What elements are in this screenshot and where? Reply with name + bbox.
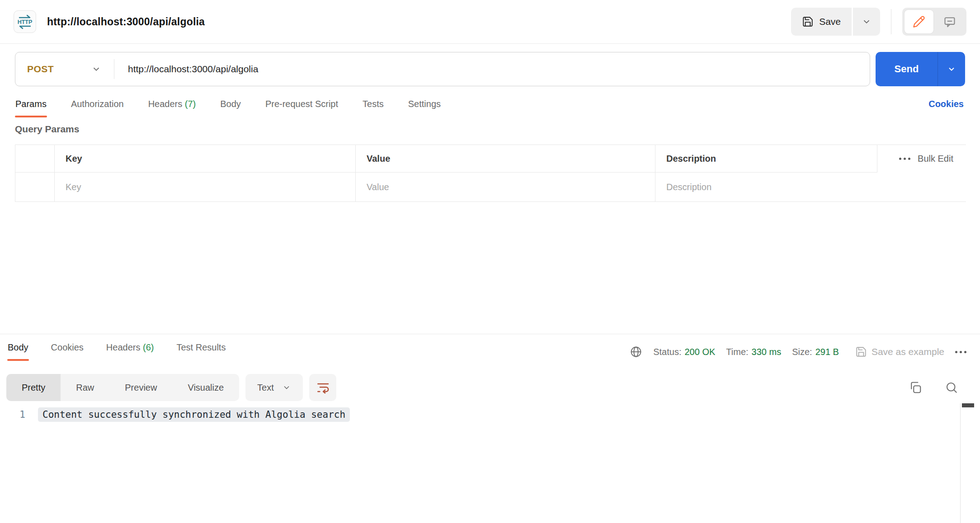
- tab-body[interactable]: Body: [220, 98, 241, 117]
- send-split-button: Send: [876, 52, 965, 86]
- status-value: 200 OK: [684, 347, 715, 357]
- send-button-label: Send: [895, 63, 919, 75]
- request-tabs-row: Params Authorization Headers (7) Body Pr…: [15, 98, 964, 117]
- view-visualize-button[interactable]: Visualize: [172, 374, 239, 401]
- request-title: http://localhost:3000/api/algolia: [47, 16, 205, 28]
- select-column-header: [15, 145, 55, 173]
- params-actions-header: Bulk Edit: [877, 145, 966, 173]
- tab-pre-request-script[interactable]: Pre-request Script: [265, 98, 339, 117]
- response-tab-body[interactable]: Body: [7, 341, 29, 361]
- request-url-bar: POST Send: [15, 52, 965, 86]
- send-button[interactable]: Send: [876, 52, 938, 86]
- edit-documentation-button[interactable]: [905, 10, 933, 33]
- text-wrap-icon: [316, 380, 330, 395]
- chevron-down-icon: [862, 17, 872, 27]
- status-label: Status:: [653, 347, 681, 357]
- size-value: 291 B: [815, 347, 839, 357]
- view-raw-button[interactable]: Raw: [61, 374, 109, 401]
- row-select-cell: [15, 173, 55, 202]
- tab-authorization[interactable]: Authorization: [71, 98, 124, 117]
- tab-settings[interactable]: Settings: [408, 98, 441, 117]
- save-as-example-label: Save as example: [872, 346, 944, 357]
- key-column-header: Key: [55, 145, 356, 173]
- format-selector[interactable]: Text: [245, 374, 303, 401]
- pencil-icon: [913, 15, 925, 28]
- param-description-input[interactable]: [655, 182, 966, 192]
- save-icon: [855, 346, 867, 358]
- save-button[interactable]: Save: [791, 8, 852, 36]
- http-request-icon: HTTP: [14, 10, 36, 33]
- response-body-text: Content successfully synchronized with A…: [38, 407, 350, 422]
- row-key-cell: [55, 173, 356, 202]
- save-button-label: Save: [819, 16, 841, 27]
- tab-tests[interactable]: Tests: [362, 98, 384, 117]
- scrollbar-track: [960, 403, 961, 523]
- response-view-switch: Pretty Raw Preview Visualize: [6, 374, 239, 401]
- response-meta: Status: 200 OK Time: 330 ms Size: 291 B …: [630, 334, 966, 369]
- response-tab-headers[interactable]: Headers (6): [106, 341, 155, 361]
- view-preview-button[interactable]: Preview: [109, 374, 172, 401]
- chevron-down-icon: [91, 64, 101, 74]
- time-value: 330 ms: [752, 347, 782, 357]
- comments-button[interactable]: [935, 10, 964, 33]
- search-icon: [945, 381, 958, 394]
- line-number: 1: [0, 407, 25, 420]
- response-more-options-icon[interactable]: [955, 351, 966, 353]
- param-value-input[interactable]: [356, 182, 655, 192]
- bulk-edit-button[interactable]: Bulk Edit: [918, 154, 953, 164]
- view-pretty-button[interactable]: Pretty: [6, 374, 61, 401]
- svg-text:HTTP: HTTP: [18, 19, 33, 25]
- response-tab-cookies[interactable]: Cookies: [51, 341, 84, 361]
- chevron-down-icon: [282, 383, 291, 392]
- scrollbar-thumb[interactable]: [962, 403, 974, 407]
- value-column-header: Value: [356, 145, 655, 173]
- url-input[interactable]: [114, 64, 870, 75]
- copy-response-button[interactable]: [909, 381, 922, 394]
- format-selected-value: Text: [257, 383, 274, 393]
- search-response-button[interactable]: [945, 381, 958, 394]
- response-body-viewer[interactable]: 1 Content successfully synchronized with…: [0, 407, 980, 422]
- cookies-link[interactable]: Cookies: [928, 99, 964, 109]
- method-selector[interactable]: POST: [15, 64, 114, 75]
- save-options-button[interactable]: [853, 8, 880, 36]
- documentation-comments-toggle: [902, 8, 966, 36]
- param-key-input[interactable]: [55, 182, 355, 192]
- copy-icon: [909, 381, 922, 394]
- row-value-cell: [356, 173, 655, 202]
- wrap-lines-button[interactable]: [309, 374, 336, 401]
- network-globe-icon[interactable]: [630, 346, 642, 358]
- query-params-title: Query Params: [15, 124, 965, 135]
- response-line: Content successfully synchronized with A…: [38, 407, 350, 422]
- save-split-button: Save: [791, 8, 880, 36]
- size-label: Size:: [792, 347, 812, 357]
- response-toolbar: Pretty Raw Preview Visualize Text: [6, 374, 974, 401]
- top-bar: HTTP http://localhost:3000/api/algolia S…: [0, 0, 980, 44]
- query-params-table: Key Value Description Bulk Edit: [15, 145, 966, 202]
- tab-params[interactable]: Params: [15, 98, 47, 117]
- chevron-down-icon: [947, 65, 956, 74]
- headers-count-badge: (7): [185, 99, 196, 109]
- response-headers-count-badge: (6): [143, 342, 154, 352]
- row-description-cell: [655, 173, 966, 202]
- response-header: Body Cookies Headers (6) Test Results St…: [0, 334, 980, 369]
- send-options-button[interactable]: [938, 52, 965, 86]
- save-icon: [802, 16, 814, 28]
- method-label: POST: [27, 64, 54, 75]
- time-label: Time:: [726, 347, 748, 357]
- more-options-icon[interactable]: [899, 158, 910, 160]
- response-tab-test-results[interactable]: Test Results: [176, 341, 226, 361]
- topbar-divider: [891, 9, 891, 34]
- url-box: POST: [15, 52, 870, 86]
- response-pane: Body Cookies Headers (6) Test Results St…: [0, 334, 980, 523]
- save-as-example-button[interactable]: Save as example: [855, 346, 944, 358]
- description-column-header: Description: [655, 145, 877, 173]
- tab-headers[interactable]: Headers (7): [148, 98, 197, 117]
- comment-icon: [943, 15, 956, 28]
